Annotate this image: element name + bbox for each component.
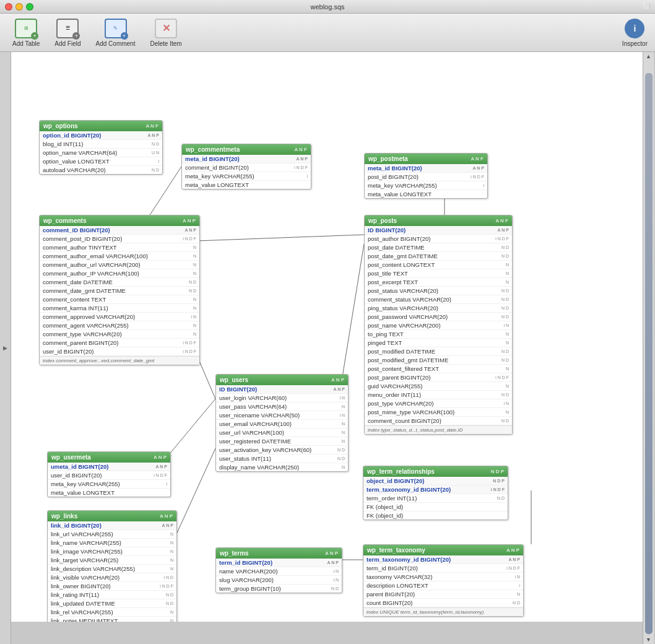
- table-row: guid VARCHAR(255) N: [365, 382, 512, 391]
- table-name-wp-usermeta: wp_usermeta: [51, 454, 91, 461]
- scroll-thumb-vertical[interactable]: [645, 73, 653, 634]
- table-wp-term-taxonomy[interactable]: wp_term_taxonomy A N P term_taxonomy_id …: [363, 544, 524, 617]
- field-name: link_id BIGINT(20): [51, 522, 162, 529]
- field-icons: N D: [501, 289, 509, 293]
- field-name: comment_author_IP VARCHAR(100): [43, 270, 193, 277]
- table-row: user_status INT(11) N D: [216, 455, 348, 463]
- table-row: FK (object_id): [363, 503, 508, 511]
- field-icons: N D: [501, 315, 509, 319]
- table-row: post_date DATETIME N D: [365, 243, 512, 252]
- field-name: post_title TEXT: [368, 270, 506, 277]
- table-wp-comments[interactable]: wp_comments A N P comment_ID BIGINT(20) …: [39, 215, 200, 365]
- add-field-icon: ☰ +: [56, 19, 79, 38]
- field-name: comment_parent BIGINT(20): [43, 339, 183, 346]
- field-name: pinged TEXT: [368, 339, 506, 346]
- table-wp-users[interactable]: wp_users A N P ID BIGINT(20) A N P user_…: [215, 374, 349, 472]
- field-name: comment_author_url VARCHAR(200): [43, 261, 193, 268]
- field-icons: N: [506, 384, 509, 388]
- field-icons: N: [506, 367, 509, 371]
- table-row: option_id BIGINT(20) A N P: [40, 131, 162, 140]
- add-comment-icon: ✎ +: [105, 19, 127, 38]
- field-icons: i N D F: [495, 375, 509, 380]
- field-icons: A N P: [185, 228, 196, 232]
- field-name: comment_karma INT(11): [43, 305, 193, 311]
- table-row: meta_id BIGINT(20) A N P: [365, 164, 487, 173]
- field-name: link_image VARCHAR(255): [51, 548, 170, 555]
- close-button[interactable]: [5, 3, 12, 11]
- title-bar: weblog.sqs ⬜: [0, 0, 655, 14]
- svg-line-0: [197, 235, 364, 241]
- field-icons: N: [342, 422, 345, 426]
- table-wp-terms[interactable]: wp_terms A N P term_id BIGINT(20) A N P …: [215, 547, 342, 593]
- table-row: post_name VARCHAR(200) i N: [365, 321, 512, 330]
- table-row: comment_karma INT(11) N: [40, 304, 199, 313]
- table-row: user_login VARCHAR(60) i N: [216, 394, 348, 402]
- field-icons: N: [517, 592, 520, 596]
- table-row: post_password VARCHAR(20) N D: [365, 313, 512, 321]
- table-row: link_rating INT(11) N D: [48, 591, 176, 599]
- field-icons: N D: [166, 601, 173, 606]
- field-icons: N D: [152, 142, 159, 146]
- field-name: option_id BIGINT(20): [43, 132, 148, 139]
- table-row: post_id BIGINT(20) i N D F: [365, 173, 487, 181]
- table-row: name VARCHAR(200) i N: [216, 567, 342, 576]
- field-icons: i N D F: [506, 566, 520, 570]
- table-row: meta_key VARCHAR(255) i: [48, 480, 170, 489]
- field-name: meta_value LONGTEXT: [185, 181, 308, 188]
- table-row: post_parent BIGINT(20) i N D F: [365, 373, 512, 382]
- vertical-scrollbar[interactable]: ▲ ▼: [643, 52, 654, 644]
- add-field-button[interactable]: ☰ + Add Field: [50, 16, 85, 50]
- left-handle[interactable]: ▶: [0, 52, 11, 644]
- table-row: comment_author_IP VARCHAR(100) N: [40, 269, 199, 278]
- table-index: index type_status_d...t_status,post_date…: [365, 425, 512, 434]
- field-icons: N D: [501, 419, 509, 423]
- scroll-down-arrow[interactable]: ▼: [644, 635, 653, 644]
- table-header-wp-posts: wp_posts A N F: [365, 215, 512, 226]
- window-icon: ⬜: [643, 3, 650, 10]
- inspector-button[interactable]: i Inspector: [622, 19, 648, 47]
- table-row: link_target VARCHAR(25) N: [48, 556, 176, 565]
- field-name: menu_order INT(11): [368, 391, 501, 398]
- field-name: object_id BIGINT(20): [367, 477, 493, 484]
- maximize-button[interactable]: [26, 3, 33, 11]
- minimize-button[interactable]: [15, 3, 23, 11]
- table-wp-commentmeta[interactable]: wp_commentmeta A N F meta_id BIGINT(20) …: [181, 144, 311, 189]
- field-name: comment_status VARCHAR(20): [368, 296, 501, 303]
- field-name: option_value LONGTEXT: [43, 158, 158, 165]
- scroll-up-arrow[interactable]: ▲: [644, 52, 653, 61]
- table-wp-options[interactable]: wp_options A N F option_id BIGINT(20) A …: [39, 120, 163, 175]
- field-name: option_name VARCHAR(64): [43, 149, 152, 156]
- table-wp-postmeta[interactable]: wp_postmeta A N F meta_id BIGINT(20) A N…: [364, 153, 488, 199]
- field-icons: N D: [513, 601, 520, 605]
- field-icons: i: [166, 482, 167, 486]
- table-row: term_taxonomy_id BIGINT(20) A N P: [363, 555, 523, 564]
- table-row: post_author BIGINT(20) i N D F: [365, 235, 512, 243]
- field-icons: N: [193, 306, 196, 310]
- field-icons: N: [170, 610, 173, 614]
- field-name: post_date DATETIME: [368, 244, 501, 251]
- field-name: name VARCHAR(200): [219, 568, 333, 575]
- header-icons: A N P: [160, 513, 173, 519]
- delete-item-button[interactable]: ✕ Delete Item: [145, 16, 186, 50]
- table-row: post_status VARCHAR(20) N D: [365, 287, 512, 295]
- add-comment-button[interactable]: ✎ + Add Comment: [91, 16, 141, 50]
- main-canvas[interactable]: wp_options A N F option_id BIGINT(20) A …: [11, 52, 643, 622]
- field-name: post_content LONGTEXT: [368, 261, 506, 268]
- field-icons: N D P: [493, 479, 505, 483]
- table-row: post_modified DATETIME N D: [365, 347, 512, 356]
- table-wp-links[interactable]: wp_links A N P link_id BIGINT(20) A N P …: [47, 510, 177, 622]
- table-row: link_url VARCHAR(255) N: [48, 530, 176, 539]
- table-wp-usermeta[interactable]: wp_usermeta A N P umeta_id BIGINT(20) A …: [47, 451, 171, 497]
- field-icons: N: [342, 430, 345, 435]
- table-row: meta_key VARCHAR(255) i: [182, 172, 311, 181]
- field-name: post_excerpt TEXT: [368, 279, 506, 285]
- field-name: term_order INT(11): [367, 495, 497, 502]
- field-icons: i N: [333, 569, 339, 573]
- table-wp-term-relationships[interactable]: wp_term_relationships N D P object_id BI…: [363, 466, 508, 520]
- table-row: option_name VARCHAR(64) U N: [40, 149, 162, 157]
- add-table-button[interactable]: ⊞ + Add Table: [7, 16, 45, 50]
- table-wp-posts[interactable]: wp_posts A N F ID BIGINT(20) A N P post_…: [364, 215, 513, 435]
- table-row: description LONGTEXT i: [363, 581, 523, 590]
- field-name: term_id BIGINT(20): [367, 565, 506, 572]
- window-controls[interactable]: [5, 3, 33, 11]
